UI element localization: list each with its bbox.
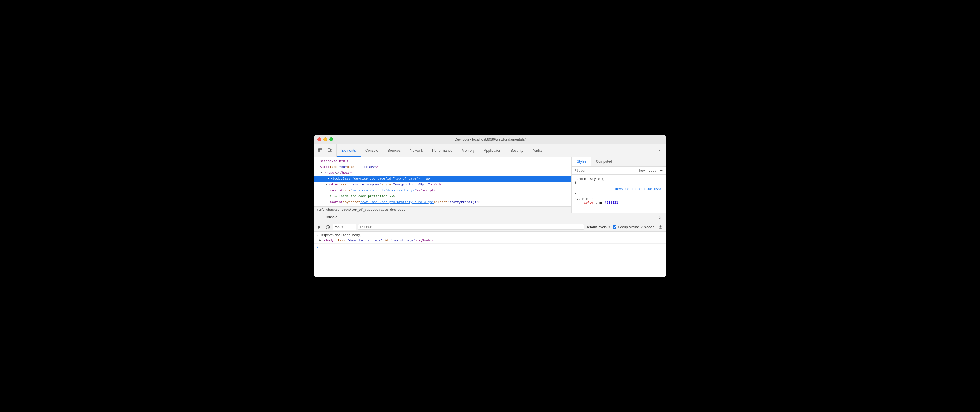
console-prompt[interactable]: ›	[314, 244, 666, 250]
prop-name: color	[584, 201, 593, 204]
attr-name: class=	[347, 165, 358, 170]
console-drawer-title[interactable]: Console	[325, 215, 337, 220]
styles-panel: Styles Computed » :hov .cls + element.st…	[572, 157, 666, 213]
tag-text: ></script>	[416, 188, 436, 193]
levels-dropdown-arrow: ▼	[608, 225, 611, 228]
tag-text: <head>	[325, 170, 336, 176]
style-rule-b: b devsite-google-blue.css:1 o	[574, 187, 664, 195]
style-prop-line: color : #212121 ;	[579, 201, 664, 204]
drawer-menu-button[interactable]: ⋮	[316, 214, 323, 221]
hov-filter-button[interactable]: :hov	[636, 168, 646, 173]
script-src-link[interactable]: "/wf-local/scripts/devsite-dev.js"	[351, 188, 416, 193]
clear-console-button[interactable]	[325, 224, 331, 230]
tab-styles[interactable]: Styles	[572, 157, 591, 166]
script-src-link[interactable]: "/wf-local/scripts/prettify-bundle.js"	[360, 200, 434, 205]
close-button[interactable]	[318, 138, 321, 141]
tab-memory[interactable]: Memory	[457, 144, 479, 157]
expand-icon	[316, 165, 320, 170]
devtools-window: DevTools - localhost:8080/web/fundamenta…	[314, 135, 666, 277]
cls-filter-button[interactable]: .cls	[647, 168, 657, 173]
svg-line-6	[326, 226, 329, 228]
device-icon[interactable]	[326, 146, 334, 155]
tab-performance[interactable]: Performance	[428, 144, 457, 157]
levels-label: Default levels	[585, 225, 607, 229]
style-source-link[interactable]: devsite-google-blue.css:1	[615, 187, 664, 191]
console-output[interactable]: › inspect(document.body) ‹ ▶ <body class…	[314, 232, 666, 277]
tag-text: </head>	[338, 170, 352, 176]
tab-console[interactable]: Console	[361, 144, 383, 157]
expand-icon[interactable]: ▶	[319, 239, 323, 242]
tag-text: <script	[329, 188, 343, 193]
prop-value: #212121	[605, 201, 618, 204]
add-style-button[interactable]: +	[659, 168, 664, 173]
output-attr-name: class=	[336, 239, 347, 242]
minimize-button[interactable]	[323, 138, 327, 141]
console-line-output[interactable]: ‹ ▶ <body class="devsite-doc-page" id="t…	[314, 238, 666, 244]
styles-filter-input[interactable]	[574, 169, 635, 173]
attr-name: src=	[343, 188, 350, 193]
html-line[interactable]: ▶ <head>…</head>	[314, 170, 571, 176]
expand-icon	[326, 188, 329, 193]
devtools-main: <!doctype html> <html lang="en" class="c…	[314, 157, 666, 213]
attr-name: class=	[340, 176, 352, 181]
tab-sources[interactable]: Sources	[383, 144, 405, 157]
elements-content[interactable]: <!doctype html> <html lang="en" class="c…	[314, 157, 571, 206]
group-similar-checkbox[interactable]	[612, 225, 616, 229]
tab-network[interactable]: Network	[405, 144, 428, 157]
console-line-input[interactable]: › inspect(document.body)	[314, 233, 666, 238]
console-filter-input[interactable]	[358, 224, 584, 230]
output-tag3: >…</body>	[415, 239, 433, 242]
console-output-text: <body class="devsite-doc-page" id="top_o…	[324, 239, 664, 242]
execute-script-button[interactable]	[316, 224, 323, 230]
prompt-arrow: ›	[316, 245, 319, 249]
group-similar-label: Group similar	[618, 225, 639, 229]
console-settings-button[interactable]	[657, 224, 664, 230]
tab-computed[interactable]: Computed	[591, 157, 617, 166]
tab-application[interactable]: Application	[479, 144, 506, 157]
tag-text: <body	[331, 176, 340, 181]
svg-marker-4	[318, 226, 321, 228]
inspector-icon[interactable]	[316, 146, 325, 155]
tag-text: >	[418, 176, 420, 181]
html-line[interactable]: <script src="/wf-local/scripts/devsite-d…	[314, 187, 571, 193]
expand-icon: ▶	[321, 170, 325, 176]
html-line[interactable]: <!doctype html>	[314, 158, 571, 164]
fullscreen-button[interactable]	[329, 138, 333, 141]
tab-audits[interactable]: Audits	[528, 144, 547, 157]
attr-name: lang=	[329, 165, 339, 170]
style-selector: element.style {	[574, 177, 664, 181]
selector-extra: o	[574, 191, 577, 195]
log-levels-select[interactable]: Default levels ▼	[585, 225, 611, 229]
styles-tabs-more[interactable]: »	[658, 157, 666, 166]
html-line[interactable]: <!-- loads the code prettifier -->	[314, 193, 571, 199]
attr-name: src=	[352, 200, 360, 205]
dropdown-arrow: ▼	[341, 225, 344, 228]
breadcrumb-item-html[interactable]: html.checkov	[316, 208, 339, 212]
styles-content: element.style { } b devsite-google-blue.…	[572, 175, 666, 213]
console-chevron-right[interactable]: ›	[316, 233, 318, 237]
html-line[interactable]: <script async src="/wf-local/scripts/pre…	[314, 199, 571, 205]
expand-icon: ▼	[328, 176, 331, 181]
output-tag: <body	[324, 239, 336, 242]
console-drawer: ⋮ Console × top ▼	[314, 213, 666, 277]
expand-icon	[316, 158, 320, 164]
drawer-close-button[interactable]: ×	[657, 214, 664, 221]
more-tabs-button[interactable]: ⋮	[655, 144, 664, 157]
html-line[interactable]: ▶ <div class="devsite-wrapper" style="ma…	[314, 182, 571, 187]
toolbar-icons	[314, 144, 337, 157]
context-value: top	[335, 225, 340, 229]
console-chevron-left[interactable]: ‹	[316, 239, 318, 242]
output-attr-value: "devsite-doc-page"	[347, 239, 382, 242]
breadcrumb-item-body[interactable]: body#top_of_page.devsite-doc-page	[341, 208, 406, 212]
traffic-lights	[318, 138, 333, 141]
styles-filter-bar: :hov .cls +	[572, 167, 666, 175]
selector-text: dy, html {	[574, 197, 594, 201]
html-line[interactable]: <html lang="en" class="checkov">	[314, 164, 571, 170]
tag-text: <html	[320, 165, 329, 170]
tab-security[interactable]: Security	[506, 144, 528, 157]
color-swatch[interactable]	[600, 201, 602, 204]
html-line-selected[interactable]: ... ▼ <body class="devsite-doc-page" id=…	[314, 176, 571, 182]
tab-elements[interactable]: Elements	[337, 144, 361, 157]
svg-line-14	[661, 226, 662, 226]
context-select[interactable]: top ▼	[333, 224, 356, 230]
